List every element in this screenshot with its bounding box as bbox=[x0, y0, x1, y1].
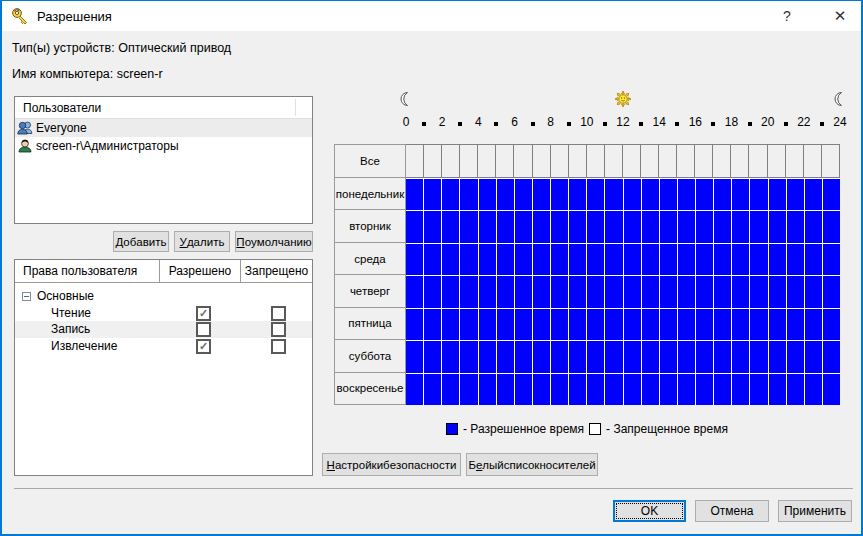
schedule-cell[interactable] bbox=[822, 145, 840, 177]
schedule-cell[interactable] bbox=[479, 211, 497, 242]
schedule-cell[interactable] bbox=[769, 374, 787, 405]
schedule-cell[interactable] bbox=[823, 374, 840, 405]
schedule-cell[interactable] bbox=[696, 179, 714, 210]
schedule-cell[interactable] bbox=[605, 341, 623, 372]
schedule-cell[interactable] bbox=[587, 341, 605, 372]
schedule-cell[interactable] bbox=[750, 341, 768, 372]
schedule-cell[interactable] bbox=[497, 309, 515, 340]
schedule-cell[interactable] bbox=[731, 145, 749, 177]
schedule-cell[interactable] bbox=[714, 374, 732, 405]
rights-row[interactable]: Чтение✓ bbox=[15, 305, 312, 322]
schedule-cell[interactable] bbox=[660, 244, 678, 275]
schedule-cell[interactable] bbox=[749, 145, 767, 177]
schedule-cell[interactable] bbox=[406, 179, 424, 210]
schedule-cell[interactable] bbox=[660, 276, 678, 307]
allowed-checkbox[interactable] bbox=[196, 322, 211, 337]
schedule-cell[interactable] bbox=[551, 309, 569, 340]
schedule-cell[interactable] bbox=[732, 309, 750, 340]
schedule-cell[interactable] bbox=[460, 276, 478, 307]
allowed-checkbox[interactable]: ✓ bbox=[196, 306, 211, 321]
user-list-item[interactable]: Everyone bbox=[15, 119, 312, 137]
schedule-cell[interactable] bbox=[732, 374, 750, 405]
schedule-cell[interactable] bbox=[696, 276, 714, 307]
schedule-cell[interactable] bbox=[605, 309, 623, 340]
schedule-cell[interactable] bbox=[605, 244, 623, 275]
schedule-cell[interactable] bbox=[479, 341, 497, 372]
schedule-cell[interactable] bbox=[678, 179, 696, 210]
schedule-cell[interactable] bbox=[478, 145, 496, 177]
schedule-cell[interactable] bbox=[714, 309, 732, 340]
schedule-cell[interactable] bbox=[732, 276, 750, 307]
schedule-cell[interactable] bbox=[605, 145, 623, 177]
schedule-cell[interactable] bbox=[677, 145, 695, 177]
schedule-cell[interactable] bbox=[805, 179, 823, 210]
schedule-cell[interactable] bbox=[406, 145, 424, 177]
schedule-cell[interactable] bbox=[587, 374, 605, 405]
schedule-cell[interactable] bbox=[678, 309, 696, 340]
schedule-cell[interactable] bbox=[587, 244, 605, 275]
schedule-cell[interactable] bbox=[442, 211, 460, 242]
schedule-cell[interactable] bbox=[750, 244, 768, 275]
schedule-row-label[interactable]: понедельник bbox=[334, 177, 406, 210]
schedule-row-label[interactable]: суббота bbox=[334, 339, 406, 372]
schedule-cell[interactable] bbox=[769, 179, 787, 210]
schedule-cell[interactable] bbox=[787, 244, 805, 275]
cancel-button[interactable]: Отмена bbox=[695, 500, 769, 522]
schedule-cell[interactable] bbox=[569, 244, 587, 275]
schedule-cell[interactable] bbox=[823, 276, 840, 307]
schedule-cell[interactable] bbox=[660, 341, 678, 372]
schedule-cell[interactable] bbox=[497, 341, 515, 372]
schedule-cell[interactable] bbox=[804, 145, 822, 177]
schedule-cell[interactable] bbox=[714, 276, 732, 307]
schedule-cell[interactable] bbox=[424, 309, 442, 340]
media-whitelist-button[interactable]: Белый список носителей bbox=[466, 453, 598, 476]
schedule-cell[interactable] bbox=[805, 276, 823, 307]
schedule-cell[interactable] bbox=[442, 276, 460, 307]
schedule-cell[interactable] bbox=[424, 374, 442, 405]
schedule-cell[interactable] bbox=[750, 374, 768, 405]
schedule-cell[interactable] bbox=[424, 179, 442, 210]
rights-row[interactable]: Запись bbox=[15, 321, 312, 338]
schedule-cell[interactable] bbox=[479, 374, 497, 405]
schedule-cell[interactable] bbox=[442, 374, 460, 405]
schedule-cell[interactable] bbox=[551, 211, 569, 242]
schedule-cell[interactable] bbox=[696, 244, 714, 275]
schedule-cell[interactable] bbox=[678, 276, 696, 307]
schedule-cell[interactable] bbox=[823, 244, 840, 275]
schedule-cell[interactable] bbox=[479, 179, 497, 210]
schedule-cell[interactable] bbox=[624, 276, 642, 307]
schedule-cell[interactable] bbox=[660, 309, 678, 340]
schedule-cell[interactable] bbox=[642, 244, 660, 275]
help-button[interactable]: ? bbox=[766, 1, 808, 31]
schedule-cell[interactable] bbox=[551, 276, 569, 307]
schedule-cell[interactable] bbox=[424, 145, 442, 177]
schedule-cell[interactable] bbox=[587, 145, 605, 177]
schedule-cell[interactable] bbox=[515, 309, 533, 340]
schedule-cell[interactable] bbox=[732, 341, 750, 372]
schedule-cell[interactable] bbox=[605, 276, 623, 307]
schedule-cell[interactable] bbox=[696, 309, 714, 340]
schedule-cell[interactable] bbox=[442, 309, 460, 340]
schedule-cell[interactable] bbox=[624, 341, 642, 372]
schedule-cell[interactable] bbox=[569, 211, 587, 242]
apply-button[interactable]: Применить bbox=[778, 500, 852, 522]
schedule-cell[interactable] bbox=[823, 309, 840, 340]
schedule-cell[interactable] bbox=[605, 179, 623, 210]
schedule-cell[interactable] bbox=[551, 374, 569, 405]
schedule-cell[interactable] bbox=[769, 276, 787, 307]
schedule-cell[interactable] bbox=[696, 341, 714, 372]
schedule-cell[interactable] bbox=[460, 374, 478, 405]
schedule-cell[interactable] bbox=[805, 309, 823, 340]
schedule-cell[interactable] bbox=[479, 276, 497, 307]
schedule-cell[interactable] bbox=[624, 179, 642, 210]
schedule-cell[interactable] bbox=[823, 341, 840, 372]
schedule-cell[interactable] bbox=[587, 179, 605, 210]
schedule-cell[interactable] bbox=[497, 374, 515, 405]
schedule-cell[interactable] bbox=[569, 276, 587, 307]
schedule-cell[interactable] bbox=[805, 374, 823, 405]
schedule-cell[interactable] bbox=[533, 276, 551, 307]
schedule-cell[interactable] bbox=[533, 309, 551, 340]
schedule-cell[interactable] bbox=[678, 341, 696, 372]
schedule-cell[interactable] bbox=[642, 179, 660, 210]
schedule-cell[interactable] bbox=[787, 341, 805, 372]
